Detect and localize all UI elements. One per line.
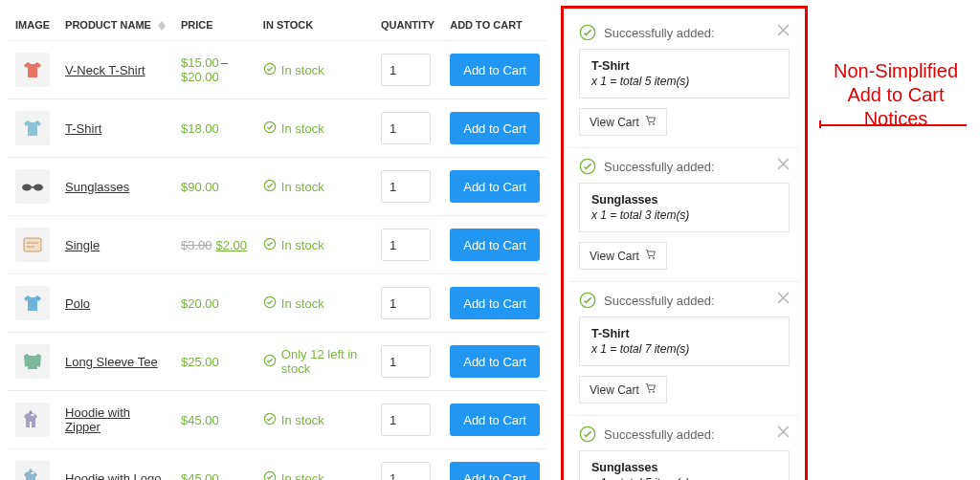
notice-summary: x 1 = total 5 item(s)	[591, 476, 777, 480]
add-to-cart-button[interactable]: Add to Cart	[450, 229, 540, 261]
notice-summary: x 1 = total 3 item(s)	[591, 208, 777, 222]
add-to-cart-button[interactable]: Add to Cart	[450, 404, 540, 436]
notice-body: T-Shirtx 1 = total 7 item(s)	[579, 316, 790, 366]
svg-point-3	[33, 185, 43, 191]
table-row: Single$3.00$2.00In stockAdd to Cart	[8, 216, 547, 274]
product-thumbnail[interactable]	[15, 111, 50, 145]
svg-point-19	[653, 257, 655, 259]
check-icon	[263, 62, 277, 78]
table-row: Polo$20.00In stockAdd to Cart	[8, 274, 547, 333]
product-thumbnail[interactable]	[15, 403, 50, 437]
product-link[interactable]: Polo	[65, 296, 90, 311]
add-to-cart-button[interactable]: Add to Cart	[450, 54, 540, 86]
check-icon	[263, 237, 277, 253]
product-thumbnail[interactable]	[15, 461, 50, 480]
notice-body: Sunglassesx 1 = total 3 item(s)	[579, 183, 790, 232]
stock-status: Only 12 left in stock	[263, 347, 366, 376]
table-row: Long Sleeve Tee$25.00Only 12 left in sto…	[8, 333, 547, 391]
add-to-cart-button[interactable]: Add to Cart	[450, 345, 540, 378]
table-row: V-Neck T-Shirt$15.00–$20.00In stockAdd t…	[8, 41, 547, 99]
table-row: Hoodie with Zipper$45.00In stockAdd to C…	[8, 391, 547, 449]
quantity-input[interactable]	[381, 112, 431, 144]
price: $45.00	[181, 471, 219, 480]
notice-title: Successfully added:	[604, 26, 715, 40]
price: $20.00	[181, 296, 219, 311]
table-row: Hoodie with Logo$45.00In stockAdd to Car…	[8, 449, 547, 480]
product-table: IMAGE PRODUCT NAME PRICE IN STOCK QUANTI…	[8, 10, 547, 480]
close-icon[interactable]	[777, 425, 790, 441]
quantity-input[interactable]	[381, 287, 431, 319]
view-cart-button[interactable]: View Cart	[579, 108, 667, 136]
cart-notice: Successfully added:Sunglassesx 1 = total…	[569, 416, 799, 480]
col-qty-header[interactable]: QUANTITY	[373, 10, 442, 41]
product-thumbnail[interactable]	[15, 228, 50, 262]
product-link[interactable]: Hoodie with Logo	[65, 471, 161, 480]
add-to-cart-button[interactable]: Add to Cart	[450, 112, 540, 144]
svg-point-15	[648, 123, 650, 125]
quantity-input[interactable]	[381, 345, 431, 378]
product-link[interactable]: T-Shirt	[65, 121, 101, 136]
notice-product-name: T-Shirt	[591, 59, 777, 73]
product-thumbnail[interactable]	[15, 286, 50, 320]
quantity-input[interactable]	[381, 462, 431, 480]
stock-status: In stock	[263, 412, 366, 428]
notice-stack: Successfully added:T-Shirtx 1 = total 5 …	[561, 6, 808, 480]
close-icon[interactable]	[777, 158, 790, 173]
product-link[interactable]: Hoodie with Zipper	[65, 405, 130, 434]
svg-point-22	[653, 391, 655, 393]
quantity-input[interactable]	[381, 54, 431, 86]
success-check-icon	[579, 292, 596, 309]
close-icon[interactable]	[777, 292, 790, 307]
view-cart-button[interactable]: View Cart	[579, 376, 667, 404]
stock-status: In stock	[263, 295, 366, 312]
svg-rect-8	[27, 246, 34, 248]
annotation-line	[819, 124, 967, 126]
notice-title: Successfully added:	[604, 427, 715, 442]
notice-product-name: T-Shirt	[591, 327, 777, 340]
stock-status: In stock	[263, 179, 366, 195]
product-thumbnail[interactable]	[15, 344, 50, 379]
svg-point-21	[648, 391, 650, 393]
notice-summary: x 1 = total 5 item(s)	[591, 75, 777, 88]
svg-rect-4	[31, 186, 34, 188]
sort-icon[interactable]	[158, 21, 166, 31]
col-cart-header[interactable]: ADD TO CART	[442, 10, 547, 41]
product-thumbnail[interactable]	[15, 169, 50, 204]
price-low: $15.00	[181, 55, 219, 70]
add-to-cart-button[interactable]: Add to Cart	[450, 462, 540, 480]
success-check-icon	[579, 158, 596, 175]
price: $18.00	[181, 121, 219, 136]
stock-status: In stock	[263, 470, 366, 480]
close-icon[interactable]	[777, 24, 790, 39]
col-stock-header[interactable]: IN STOCK	[256, 10, 373, 41]
notice-product-name: Sunglasses	[591, 461, 777, 474]
check-icon	[263, 120, 277, 137]
check-icon	[263, 470, 277, 480]
product-thumbnail[interactable]	[15, 53, 50, 87]
price: $25.00	[181, 355, 219, 369]
col-image-header[interactable]: IMAGE	[8, 10, 57, 41]
product-link[interactable]: Long Sleeve Tee	[65, 355, 158, 369]
product-link[interactable]: Sunglasses	[65, 180, 129, 194]
notice-body: Sunglassesx 1 = total 5 item(s)	[579, 450, 790, 480]
col-name-header[interactable]: PRODUCT NAME	[57, 10, 173, 41]
check-icon	[263, 354, 277, 370]
quantity-input[interactable]	[381, 404, 431, 436]
annotation-tick	[819, 120, 821, 128]
notice-summary: x 1 = total 7 item(s)	[591, 342, 777, 356]
quantity-input[interactable]	[381, 170, 431, 203]
col-price-header[interactable]: PRICE	[173, 10, 256, 41]
price: $90.00	[181, 180, 219, 194]
svg-point-16	[653, 123, 655, 125]
success-check-icon	[579, 425, 596, 443]
check-icon	[263, 412, 277, 428]
product-link[interactable]: Single	[65, 238, 100, 252]
quantity-input[interactable]	[381, 229, 431, 261]
add-to-cart-button[interactable]: Add to Cart	[450, 170, 540, 203]
cart-icon	[645, 115, 657, 129]
view-cart-button[interactable]: View Cart	[579, 242, 667, 270]
success-check-icon	[579, 24, 596, 41]
product-link[interactable]: V-Neck T-Shirt	[65, 63, 145, 77]
svg-point-2	[22, 185, 32, 191]
add-to-cart-button[interactable]: Add to Cart	[450, 287, 540, 319]
